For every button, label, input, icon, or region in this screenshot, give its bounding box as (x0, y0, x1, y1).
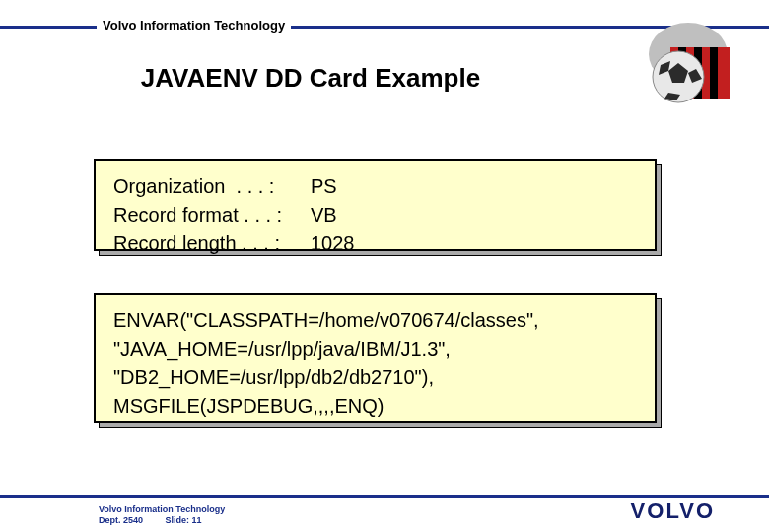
svg-rect-4 (710, 47, 718, 99)
footer-org: Volvo Information Technology (99, 504, 225, 515)
attr-row-record-format: Record format . . . : VB (113, 201, 637, 230)
code-line: MSGFILE(JSPDEBUG,,,,ENQ) (113, 392, 637, 421)
envar-code-box: ENVAR("CLASSPATH=/home/v070674/classes",… (94, 293, 657, 423)
attr-label: Organization . . . : (113, 172, 311, 201)
soccer-ball-graphic (621, 20, 730, 113)
code-line: "DB2_HOME=/usr/lpp/db2/db2710"), (113, 364, 637, 392)
attr-row-organization: Organization . . . : PS (113, 172, 637, 201)
footer-info: Volvo Information Technology Dept. 2540 … (99, 504, 225, 527)
code-line: "JAVA_HOME=/usr/lpp/java/IBM/J1.3", (113, 335, 637, 364)
attr-value: 1028 (311, 230, 355, 258)
attr-row-record-length: Record length . . . : 1028 (113, 230, 637, 258)
attr-value: PS (311, 172, 337, 201)
footer-slide-label: Slide: (166, 515, 190, 525)
header-org-label: Volvo Information Technology (97, 18, 291, 33)
volvo-wordmark: VOLVO (631, 499, 715, 524)
attr-label: Record format . . . : (113, 201, 311, 230)
attr-value: VB (311, 201, 337, 230)
footer-divider (0, 495, 769, 498)
dataset-attributes-box: Organization . . . : PS Record format . … (94, 159, 657, 251)
footer-dept: Dept. 2540 (99, 515, 143, 525)
attr-label: Record length . . . : (113, 230, 311, 258)
footer-slide-number: 11 (192, 515, 202, 525)
code-line: ENVAR("CLASSPATH=/home/v070674/classes", (113, 306, 637, 335)
slide-title: JAVAENV DD Card Example (0, 63, 621, 94)
footer-meta: Dept. 2540 Slide: 11 (99, 515, 225, 526)
